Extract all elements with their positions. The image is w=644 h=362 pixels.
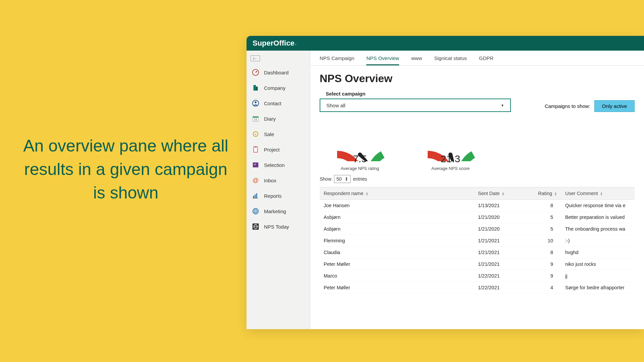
sidebar-item-label: NPS Today xyxy=(264,224,289,230)
svg-rect-11 xyxy=(254,147,258,153)
tab-nps-campaign[interactable]: NPS Campaign xyxy=(320,55,354,65)
column-header-user-comment[interactable]: User Comment▲▼ xyxy=(561,187,635,200)
svg-rect-3 xyxy=(256,86,258,90)
cell-rating: 8 xyxy=(531,247,561,258)
tab-bar: NPS CampaignNPS OverviewwwwSignicat stat… xyxy=(310,51,644,66)
sidebar-item-marketing[interactable]: Marketing xyxy=(247,203,310,219)
column-header-rating[interactable]: Rating▲▼ xyxy=(531,187,561,200)
select-campaign-dropdown[interactable]: Show all ▼ xyxy=(320,99,511,112)
cell-rating: 9 xyxy=(531,270,561,282)
stepper-arrows-icon: ▲▼ xyxy=(345,177,348,181)
chevron-down-icon: ▼ xyxy=(501,104,504,107)
sidebar-item-label: Selection xyxy=(264,162,285,168)
cell-comment: niko just rocks xyxy=(561,258,635,270)
entries-count-value: 50 xyxy=(336,176,342,182)
show-entries-suffix: entries xyxy=(353,176,367,182)
tab-nps-overview[interactable]: NPS Overview xyxy=(366,55,399,65)
globe-icon xyxy=(252,223,259,230)
table-row[interactable]: Flemming1/21/202110:-) xyxy=(320,235,635,247)
only-active-button[interactable]: Only active xyxy=(594,100,635,112)
cell-name: Flemming xyxy=(320,235,474,247)
sidebar-collapse-button[interactable]: |← xyxy=(251,55,260,61)
table-row[interactable]: Joe Hansen1/13/20218Quicker response tim… xyxy=(320,200,635,212)
sidebar-item-reports[interactable]: Reports xyxy=(247,188,310,203)
cell-name: Peter Møller xyxy=(320,258,474,270)
sort-icon: ▲▼ xyxy=(554,192,557,196)
table-row[interactable]: Peter Møller1/22/20214Sørge for bedre af… xyxy=(320,282,635,294)
titlebar: SuperOffice. xyxy=(247,36,644,51)
sidebar-item-label: Dashboard xyxy=(264,70,288,75)
cell-comment: hvghd xyxy=(561,247,635,258)
column-header-sent-date[interactable]: Sent Date▲▼ xyxy=(474,187,531,200)
at-icon: @ xyxy=(252,177,259,184)
clipboard-icon xyxy=(252,146,259,153)
cell-date: 1/22/2021 xyxy=(474,270,531,282)
gauge-average-nps-score: 21.3Average NPS score xyxy=(420,123,481,171)
page-title: NPS Overview xyxy=(320,72,635,85)
show-entries-prefix: Show xyxy=(320,176,331,182)
svg-rect-17 xyxy=(256,193,257,198)
svg-rect-15 xyxy=(253,196,254,198)
sidebar-item-label: Sale xyxy=(264,131,274,137)
barchart-icon xyxy=(252,192,259,199)
cell-name: Joe Hansen xyxy=(320,200,474,212)
svg-rect-16 xyxy=(255,194,256,198)
cell-name: Peter Møller xyxy=(320,282,474,294)
main-area: NPS CampaignNPS OverviewwwwSignicat stat… xyxy=(310,51,644,329)
tab-signicat-status[interactable]: Signicat status xyxy=(434,55,467,65)
cell-date: 1/21/2021 xyxy=(474,258,531,270)
sidebar-item-sale[interactable]: €Sale xyxy=(247,126,310,142)
cell-comment: Better preparation is valued xyxy=(561,212,635,223)
column-header-respondent-name[interactable]: Respondent name▲▼ xyxy=(320,187,474,200)
svg-rect-13 xyxy=(253,163,259,168)
sidebar-item-company[interactable]: Company xyxy=(247,80,310,96)
sidebar-item-label: Project xyxy=(264,147,280,153)
sidebar-item-label: Diary xyxy=(264,116,276,122)
cell-date: 1/21/2021 xyxy=(474,247,531,258)
sort-icon: ▲▼ xyxy=(502,192,505,196)
cell-date: 1/21/2021 xyxy=(474,235,531,247)
table-row[interactable]: Asbjørn1/21/20205Better preparation is v… xyxy=(320,212,635,223)
svg-line-1 xyxy=(256,71,257,72)
sidebar-item-label: Inbox xyxy=(264,178,276,183)
table-row[interactable]: Peter Møller1/21/20219niko just rocks xyxy=(320,258,635,270)
cell-rating: 8 xyxy=(531,200,561,212)
target-icon xyxy=(252,207,259,215)
coin-icon: € xyxy=(252,130,259,138)
sidebar-item-label: Company xyxy=(264,85,285,91)
sidebar-item-inbox[interactable]: @Inbox xyxy=(247,173,310,188)
gauge-icon xyxy=(252,69,259,76)
tab-www[interactable]: www xyxy=(411,55,422,65)
sidebar-item-label: Contact xyxy=(264,101,281,106)
table-row[interactable]: Marco1/22/20219jj xyxy=(320,270,635,282)
svg-point-5 xyxy=(255,102,257,104)
entries-count-select[interactable]: 50 ▲▼ xyxy=(334,175,351,183)
sidebar-item-project[interactable]: Project xyxy=(247,142,310,157)
marketing-caption: An overview pane where all results in a … xyxy=(20,134,231,204)
gauge-label: Average NPS score xyxy=(420,166,481,171)
svg-rect-2 xyxy=(254,85,256,91)
cell-name: Marco xyxy=(320,270,474,282)
cell-rating: 5 xyxy=(531,223,561,235)
brand-dot: . xyxy=(295,41,297,46)
person-icon xyxy=(252,100,259,107)
sidebar-item-contact[interactable]: Contact xyxy=(247,96,310,111)
sidebar-item-dashboard[interactable]: Dashboard xyxy=(247,65,310,80)
cell-comment: :-) xyxy=(561,235,635,247)
table-row[interactable]: Asbjørn1/21/20205The onboarding process … xyxy=(320,223,635,235)
table-row[interactable]: Claudia1/21/20218hvghd xyxy=(320,247,635,258)
sidebar-item-label: Reports xyxy=(264,193,282,199)
results-table: Respondent name▲▼Sent Date▲▼Rating▲▼User… xyxy=(320,187,635,294)
sidebar-item-nps-today[interactable]: NPS Today xyxy=(247,219,310,234)
cell-comment: Quicker response time via e xyxy=(561,200,635,212)
tab-gdpr[interactable]: GDPR xyxy=(479,55,493,65)
cell-comment: Sørge for bedre afrapporter xyxy=(561,282,635,294)
sidebar-item-diary[interactable]: 11Diary xyxy=(247,111,310,126)
cell-comment: jj xyxy=(561,270,635,282)
cell-date: 1/21/2020 xyxy=(474,223,531,235)
cell-comment: The onboarding process wa xyxy=(561,223,635,235)
building-icon xyxy=(252,84,259,92)
sidebar-item-selection[interactable]: Selection xyxy=(247,157,310,173)
sort-icon: ▲▼ xyxy=(600,192,603,196)
svg-point-21 xyxy=(255,211,256,212)
